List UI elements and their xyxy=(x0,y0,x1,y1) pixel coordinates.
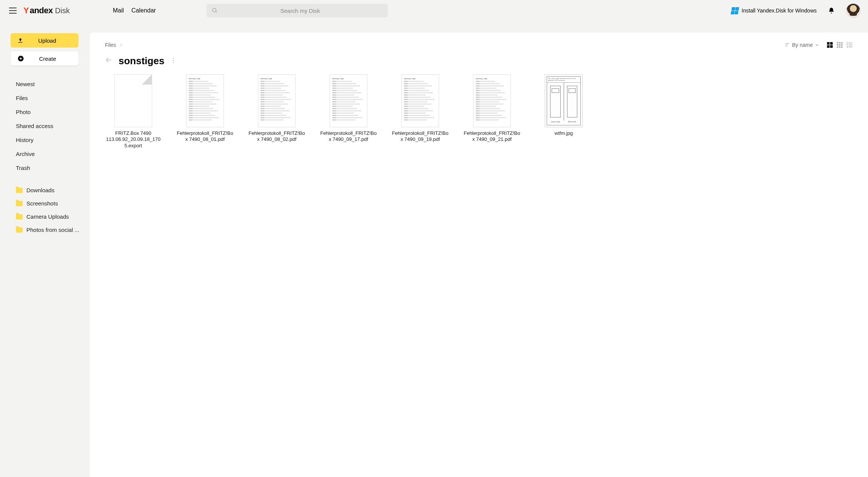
file-tile[interactable]: FRITZ!Box 7490Fehlerprotokoll_FRITZ!Box … xyxy=(464,74,520,149)
nav-photo[interactable]: Photo xyxy=(11,108,81,116)
nav-history[interactable]: History xyxy=(11,136,81,144)
svg-rect-21 xyxy=(848,47,853,48)
svg-rect-17 xyxy=(848,43,853,43)
file-name: FRITZ.Box 7490 113.06.92_20.09.18_1705.e… xyxy=(105,130,162,149)
svg-rect-4 xyxy=(830,42,833,45)
search-box[interactable] xyxy=(207,4,388,17)
logo-product: Disk xyxy=(55,6,70,15)
more-vertical-icon xyxy=(170,57,176,63)
svg-rect-14 xyxy=(839,46,840,48)
svg-rect-19 xyxy=(848,45,853,45)
search-input[interactable] xyxy=(218,8,382,14)
sidebar: Upload Create Newest Files Photo Shared … xyxy=(0,21,90,477)
breadcrumb-root[interactable]: Files xyxy=(105,42,116,48)
folder-label: Screenshots xyxy=(26,200,58,207)
sort-button[interactable]: By name xyxy=(785,42,819,48)
svg-point-18 xyxy=(847,45,848,46)
sort-label: By name xyxy=(792,42,813,48)
file-name: wtfm.jpg xyxy=(555,130,573,136)
svg-point-24 xyxy=(173,62,174,63)
svg-point-23 xyxy=(173,60,174,61)
file-name: Fehlerprotokoll_FRITZ!Box 7490_08_02.pdf xyxy=(248,130,305,143)
folder-label: Photos from social ... xyxy=(26,227,79,233)
folder-photos-social[interactable]: Photos from social ... xyxy=(11,226,81,234)
svg-rect-6 xyxy=(830,45,833,48)
file-tile[interactable]: FRITZ!Box 7490Fehlerprotokoll_FRITZ!Box … xyxy=(392,74,449,149)
menu-icon[interactable] xyxy=(8,5,18,16)
svg-rect-13 xyxy=(837,46,839,48)
svg-rect-15 xyxy=(841,46,843,48)
breadcrumb: Files xyxy=(105,42,123,48)
logo[interactable]: Yandex Disk xyxy=(23,6,70,15)
top-bar: Yandex Disk Mail Calendar Install Yandex… xyxy=(0,0,868,21)
folder-label: Downloads xyxy=(26,187,54,193)
bell-icon[interactable] xyxy=(828,7,835,14)
upload-button[interactable]: Upload xyxy=(11,33,79,48)
nav-newest[interactable]: Newest xyxy=(11,80,81,88)
file-tile[interactable]: FRITZ!Box 7490Fehlerprotokoll_FRITZ!Box … xyxy=(248,74,305,149)
install-label: Install Yandex.Disk for Windows xyxy=(742,8,817,14)
folder-camera-uploads[interactable]: Camera Uploads xyxy=(11,213,81,221)
svg-line-1 xyxy=(216,11,217,12)
file-tile[interactable]: The only valid measurement of code quali… xyxy=(535,74,592,149)
file-thumbnail: The only valid measurement of code quali… xyxy=(545,74,583,127)
folder-label: Camera Uploads xyxy=(26,213,69,220)
svg-point-20 xyxy=(847,46,848,48)
top-right: Install Yandex.Disk for Windows xyxy=(731,3,860,18)
top-link-calendar[interactable]: Calendar xyxy=(131,7,156,14)
folder-icon xyxy=(16,227,23,233)
arrow-left-icon xyxy=(105,56,113,64)
svg-point-22 xyxy=(173,58,174,59)
svg-rect-7 xyxy=(837,42,839,44)
logo-brand-y: Y xyxy=(23,6,29,15)
folder-screenshots[interactable]: Screenshots xyxy=(11,199,81,207)
svg-point-16 xyxy=(847,42,848,43)
create-label: Create xyxy=(23,56,72,62)
view-large-tiles-icon[interactable] xyxy=(826,42,833,48)
create-button[interactable]: Create xyxy=(11,51,79,66)
svg-rect-9 xyxy=(841,42,843,44)
file-tile[interactable]: FRITZ!Box 7490Fehlerprotokoll_FRITZ!Box … xyxy=(320,74,377,149)
file-name: Fehlerprotokoll_FRITZ!Box 7490_09_21.pdf xyxy=(464,130,520,143)
view-toggles xyxy=(826,42,853,48)
svg-rect-12 xyxy=(841,44,843,46)
file-thumbnail: FRITZ!Box 7490 xyxy=(473,74,511,127)
file-thumbnail: FRITZ!Box 7490 xyxy=(186,74,224,127)
sort-icon xyxy=(785,42,790,48)
view-bar: By name xyxy=(785,42,853,48)
nav-files[interactable]: Files xyxy=(11,94,81,102)
file-thumbnail xyxy=(114,74,152,127)
chevron-right-icon xyxy=(119,43,123,47)
upload-label: Upload xyxy=(23,37,72,44)
nav-trash[interactable]: Trash xyxy=(11,164,81,172)
top-links: Mail Calendar xyxy=(113,7,156,14)
file-grid: FRITZ.Box 7490 113.06.92_20.09.18_1705.e… xyxy=(105,74,853,149)
main-panel: Files By name sonstiges xyxy=(90,32,868,477)
nav-archive[interactable]: Archive xyxy=(11,150,81,158)
install-link[interactable]: Install Yandex.Disk for Windows xyxy=(731,7,817,14)
avatar[interactable] xyxy=(846,3,860,18)
svg-rect-10 xyxy=(837,44,839,46)
folder-icon xyxy=(16,214,23,219)
folder-list: Downloads Screenshots Camera Uploads Pho… xyxy=(11,186,81,234)
folder-downloads[interactable]: Downloads xyxy=(11,186,81,194)
file-thumbnail: FRITZ!Box 7490 xyxy=(330,74,367,127)
top-link-mail[interactable]: Mail xyxy=(113,7,124,14)
file-thumbnail: FRITZ!Box 7490 xyxy=(401,74,439,127)
logo-brand-rest: andex xyxy=(30,6,53,15)
file-thumbnail: FRITZ!Box 7490 xyxy=(258,74,296,127)
view-list-icon[interactable] xyxy=(846,42,853,48)
windows-icon xyxy=(731,7,739,14)
more-button[interactable] xyxy=(170,57,176,65)
file-name: Fehlerprotokoll_FRITZ!Box 7490_08_01.pdf xyxy=(177,130,233,143)
nav-shared[interactable]: Shared access xyxy=(11,122,81,130)
view-small-tiles-icon[interactable] xyxy=(836,42,843,48)
nav-list: Newest Files Photo Shared access History… xyxy=(11,80,81,172)
file-name: Fehlerprotokoll_FRITZ!Box 7490_09_19.pdf xyxy=(392,130,449,143)
file-tile[interactable]: FRITZ.Box 7490 113.06.92_20.09.18_1705.e… xyxy=(105,74,162,149)
file-tile[interactable]: FRITZ!Box 7490Fehlerprotokoll_FRITZ!Box … xyxy=(177,74,233,149)
search-icon xyxy=(212,8,218,14)
back-button[interactable] xyxy=(105,56,113,66)
file-name: Fehlerprotokoll_FRITZ!Box 7490_09_17.pdf xyxy=(320,130,377,143)
chevron-down-icon xyxy=(815,43,819,47)
